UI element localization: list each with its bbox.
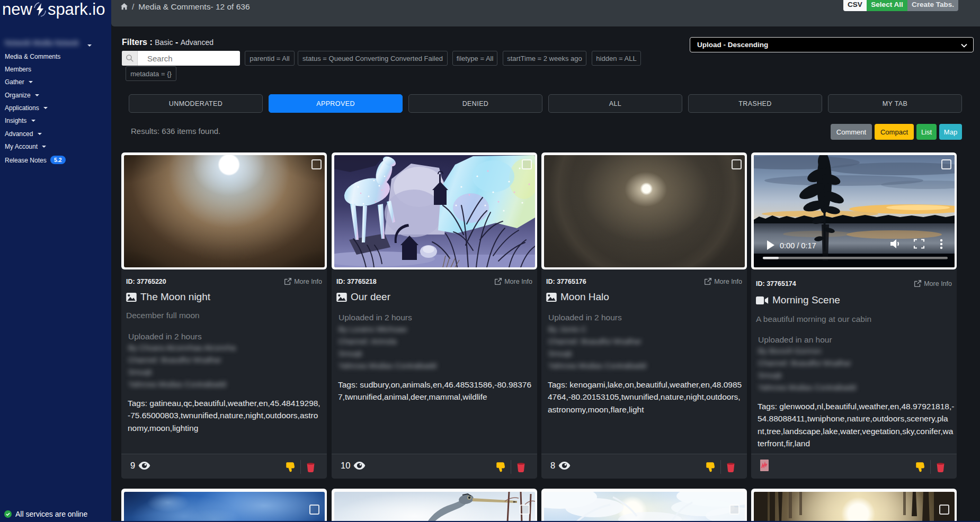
svg-text:0:00 / 0:17: 0:00 / 0:17	[780, 241, 816, 249]
